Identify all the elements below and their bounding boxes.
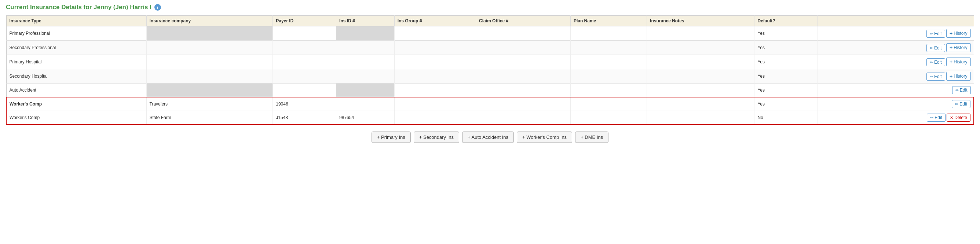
pencil-icon [955, 101, 958, 107]
cell-ins-group [394, 26, 476, 41]
col-insurance-company: Insurance company [146, 16, 273, 26]
pencil-icon [930, 60, 933, 65]
table-row: Primary HospitalYes Edit + History [6, 55, 974, 69]
pencil-icon [930, 74, 933, 79]
cell-ins-id [336, 84, 395, 97]
cell-ins-id [336, 69, 395, 84]
cell-ins-id [336, 41, 395, 55]
cell-ins-id: 987654 [336, 111, 395, 125]
col-ins-id: Ins ID # [336, 16, 395, 26]
cell-payer-id [273, 69, 336, 84]
cell-company [146, 55, 273, 69]
page-title: Current Insurance Details for Jenny (Jen… [6, 4, 974, 11]
edit-button[interactable]: Edit [926, 73, 945, 81]
add-primary-ins[interactable]: + Primary Ins [372, 132, 411, 143]
table-row: Primary ProfessionalYes Edit + History [6, 26, 974, 41]
plus-icon: + [950, 45, 953, 51]
cell-ins-notes [647, 111, 754, 125]
plus-icon: + [950, 73, 953, 79]
footer-buttons: + Primary Ins+ Secondary Ins+ Auto Accid… [6, 132, 974, 143]
cell-company [146, 41, 273, 55]
col-plan-name: Plan Name [570, 16, 647, 26]
edit-button[interactable]: Edit [926, 30, 945, 38]
cell-ins-id [336, 26, 395, 41]
cell-insurance-type: Auto Accident [6, 84, 146, 97]
cell-claim-office [476, 41, 571, 55]
edit-button[interactable]: Edit [926, 44, 945, 52]
edit-button[interactable]: Edit [952, 100, 970, 108]
cell-ins-group [394, 111, 476, 125]
cell-claim-office [476, 55, 571, 69]
plus-icon: + [950, 30, 953, 36]
cell-actions: Edit [818, 84, 974, 97]
edit-button[interactable]: Edit [927, 114, 945, 122]
cell-plan-name [570, 97, 647, 111]
cell-insurance-type: Primary Hospital [6, 55, 146, 69]
history-button[interactable]: + History [946, 43, 971, 52]
pencil-icon [955, 87, 959, 93]
cell-default: Yes [754, 97, 818, 111]
insurance-table: Insurance Type Insurance company Payer I… [6, 15, 974, 125]
cell-claim-office [476, 84, 571, 97]
cell-plan-name [570, 69, 647, 84]
add-secondary-ins[interactable]: + Secondary Ins [414, 132, 459, 143]
table-header-row: Insurance Type Insurance company Payer I… [6, 16, 974, 26]
col-payer-id: Payer ID [273, 16, 336, 26]
cell-default: Yes [754, 55, 818, 69]
pencil-icon [930, 31, 933, 36]
cell-plan-name [570, 84, 647, 97]
add-auto-accident-ins[interactable]: + Auto Accident Ins [462, 132, 514, 143]
cell-insurance-type: Secondary Hospital [6, 69, 146, 84]
edit-button[interactable]: Edit [926, 58, 945, 66]
table-row: Secondary HospitalYes Edit + History [6, 69, 974, 84]
cell-default: Yes [754, 84, 818, 97]
cell-plan-name [570, 26, 647, 41]
plus-icon: + [950, 59, 953, 65]
table-row: Worker's CompTravelers19046Yes Edit [6, 97, 974, 111]
cell-default: Yes [754, 41, 818, 55]
edit-button[interactable]: Edit [952, 86, 971, 94]
info-icon[interactable]: i [154, 4, 161, 11]
history-button[interactable]: + History [946, 57, 971, 66]
pencil-icon [930, 115, 934, 120]
x-icon [950, 115, 953, 120]
cell-claim-office [476, 69, 571, 84]
table-row: Secondary ProfessionalYes Edit + History [6, 41, 974, 55]
add-workers-comp-ins[interactable]: + Worker's Comp Ins [517, 132, 572, 143]
cell-ins-group [394, 69, 476, 84]
cell-ins-id [336, 97, 395, 111]
cell-actions: Edit + History [818, 69, 974, 84]
cell-payer-id: J1548 [273, 111, 336, 125]
cell-ins-group [394, 41, 476, 55]
cell-company: Travelers [146, 97, 273, 111]
col-default: Default? [754, 16, 818, 26]
cell-ins-notes [647, 84, 754, 97]
cell-payer-id [273, 84, 336, 97]
cell-payer-id [273, 55, 336, 69]
col-insurance-type: Insurance Type [6, 16, 146, 26]
add-dme-ins[interactable]: + DME Ins [575, 132, 608, 143]
cell-default: Yes [754, 26, 818, 41]
cell-claim-office [476, 97, 571, 111]
cell-ins-notes [647, 26, 754, 41]
cell-plan-name [570, 111, 647, 125]
col-actions [818, 16, 974, 26]
cell-company [146, 69, 273, 84]
cell-claim-office [476, 111, 571, 125]
cell-payer-id [273, 26, 336, 41]
cell-payer-id: 19046 [273, 97, 336, 111]
cell-insurance-type: Secondary Professional [6, 41, 146, 55]
cell-ins-notes [647, 69, 754, 84]
col-ins-notes: Insurance Notes [647, 16, 754, 26]
history-button[interactable]: + History [946, 72, 971, 81]
cell-payer-id [273, 41, 336, 55]
cell-company: State Farm [146, 111, 273, 125]
col-claim-office: Claim Office # [476, 16, 571, 26]
delete-button[interactable]: Delete [947, 114, 970, 122]
cell-company [146, 84, 273, 97]
pencil-icon [930, 46, 933, 51]
table-row: Auto AccidentYes Edit [6, 84, 974, 97]
col-ins-group: Ins Group # [394, 16, 476, 26]
table-row: Worker's CompState FarmJ1548987654No Edi… [6, 111, 974, 125]
history-button[interactable]: + History [946, 29, 971, 38]
